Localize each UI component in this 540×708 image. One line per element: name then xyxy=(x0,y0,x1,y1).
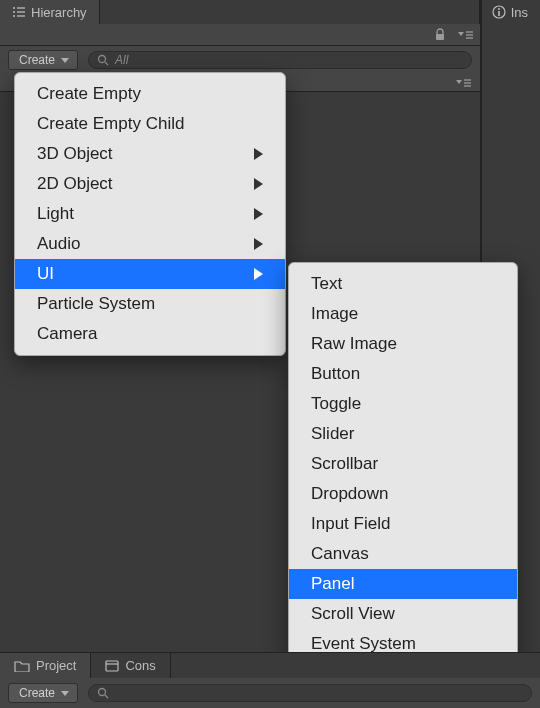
submenu-item[interactable]: Scroll View xyxy=(289,599,517,629)
menu-item[interactable]: Particle System xyxy=(15,289,285,319)
console-icon xyxy=(105,660,119,672)
submenu-item-label: Toggle xyxy=(311,394,361,414)
submenu-item-label: Event System xyxy=(311,634,416,654)
dropdown-arrow-icon xyxy=(61,58,69,63)
submenu-item-label: Image xyxy=(311,304,358,324)
menu-item[interactable]: Audio xyxy=(15,229,285,259)
menu-item-label: Light xyxy=(37,204,74,224)
search-icon xyxy=(97,687,109,699)
svg-point-22 xyxy=(99,689,106,696)
hierarchy-search-input[interactable]: All xyxy=(88,51,472,69)
submenu-item-label: Scrollbar xyxy=(311,454,378,474)
svg-marker-10 xyxy=(458,32,464,36)
project-create-label: Create xyxy=(19,686,55,700)
submenu-arrow-icon xyxy=(254,268,263,280)
svg-marker-16 xyxy=(456,80,462,84)
menu-item[interactable]: Camera xyxy=(15,319,285,349)
submenu-item-label: Input Field xyxy=(311,514,390,534)
submenu-item[interactable]: Scrollbar xyxy=(289,449,517,479)
tab-inspector-label: Ins xyxy=(511,5,528,20)
submenu-item[interactable]: Toggle xyxy=(289,389,517,419)
submenu-item-label: Text xyxy=(311,274,342,294)
submenu-item-label: Raw Image xyxy=(311,334,397,354)
svg-rect-9 xyxy=(436,34,444,40)
svg-point-7 xyxy=(498,8,500,10)
submenu-item-label: Button xyxy=(311,364,360,384)
menu-item-label: UI xyxy=(37,264,54,284)
svg-line-15 xyxy=(105,62,108,65)
menu-item-label: Audio xyxy=(37,234,80,254)
project-create-button[interactable]: Create xyxy=(8,683,78,703)
project-toolbar: Create xyxy=(0,678,540,708)
menu-item[interactable]: Create Empty xyxy=(15,79,285,109)
create-button[interactable]: Create xyxy=(8,50,78,70)
hierarchy-icon xyxy=(12,6,26,18)
tab-hierarchy[interactable]: Hierarchy xyxy=(0,0,100,24)
search-placeholder: All xyxy=(115,53,128,67)
submenu-arrow-icon xyxy=(254,208,263,220)
submenu-item[interactable]: Button xyxy=(289,359,517,389)
svg-rect-8 xyxy=(498,11,500,16)
submenu-item[interactable]: Raw Image xyxy=(289,329,517,359)
lock-icon[interactable] xyxy=(434,28,446,41)
submenu-item[interactable]: Dropdown xyxy=(289,479,517,509)
hierarchy-panel-header xyxy=(0,24,480,46)
svg-rect-20 xyxy=(106,661,118,671)
submenu-item-label: Canvas xyxy=(311,544,369,564)
menu-item-label: 3D Object xyxy=(37,144,113,164)
submenu-item[interactable]: Text xyxy=(289,269,517,299)
menu-item-label: Create Empty xyxy=(37,84,141,104)
create-button-label: Create xyxy=(19,53,55,67)
menu-item[interactable]: Light xyxy=(15,199,285,229)
tab-console-label: Cons xyxy=(125,658,155,673)
tab-project[interactable]: Project xyxy=(0,653,91,679)
create-context-menu: Create EmptyCreate Empty Child3D Object2… xyxy=(14,72,286,356)
menu-item[interactable]: UI xyxy=(15,259,285,289)
tab-project-label: Project xyxy=(36,658,76,673)
project-search-input[interactable] xyxy=(88,684,532,702)
folder-icon xyxy=(14,660,30,672)
ui-submenu: TextImageRaw ImageButtonToggleSliderScro… xyxy=(288,262,518,666)
tab-console[interactable]: Cons xyxy=(91,653,170,679)
top-tab-bar: Hierarchy Ins xyxy=(0,0,540,24)
bottom-tab-bar: Project Cons xyxy=(0,652,540,678)
submenu-item-label: Dropdown xyxy=(311,484,389,504)
submenu-item[interactable]: Slider xyxy=(289,419,517,449)
submenu-item-label: Panel xyxy=(311,574,354,594)
info-icon xyxy=(492,5,506,19)
hierarchy-toolbar: Create All xyxy=(0,46,480,74)
menu-item[interactable]: 2D Object xyxy=(15,169,285,199)
submenu-item-label: Slider xyxy=(311,424,354,444)
tab-hierarchy-label: Hierarchy xyxy=(31,5,87,20)
submenu-item[interactable]: Image xyxy=(289,299,517,329)
menu-item-label: Create Empty Child xyxy=(37,114,184,134)
search-icon xyxy=(97,54,109,66)
svg-point-14 xyxy=(99,56,106,63)
submenu-arrow-icon xyxy=(254,178,263,190)
tab-inspector[interactable]: Ins xyxy=(479,0,540,24)
submenu-arrow-icon xyxy=(254,238,263,250)
dropdown-arrow-icon xyxy=(61,691,69,696)
submenu-item[interactable]: Canvas xyxy=(289,539,517,569)
panel-menu-icon[interactable] xyxy=(454,77,472,89)
menu-item-label: Particle System xyxy=(37,294,155,314)
menu-item-label: Camera xyxy=(37,324,97,344)
menu-item[interactable]: 3D Object xyxy=(15,139,285,169)
submenu-arrow-icon xyxy=(254,148,263,160)
svg-line-23 xyxy=(105,695,108,698)
menu-item[interactable]: Create Empty Child xyxy=(15,109,285,139)
submenu-item[interactable]: Panel xyxy=(289,569,517,599)
submenu-item[interactable]: Input Field xyxy=(289,509,517,539)
menu-item-label: 2D Object xyxy=(37,174,113,194)
submenu-item-label: Scroll View xyxy=(311,604,395,624)
panel-menu-icon[interactable] xyxy=(456,29,474,41)
